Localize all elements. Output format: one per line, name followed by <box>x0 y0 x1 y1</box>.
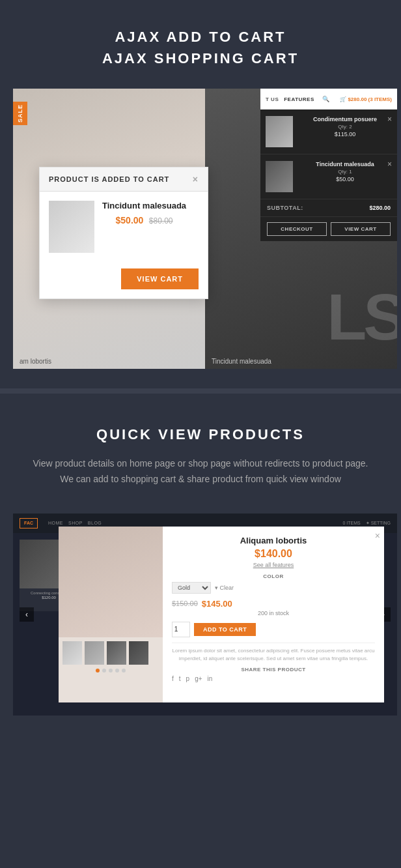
popup-price-new: $50.00 <box>116 215 144 225</box>
qv-dot-5[interactable] <box>122 669 126 673</box>
popup-close-button[interactable]: × <box>193 174 199 184</box>
qv-dot-2[interactable] <box>102 669 106 673</box>
qv-settings: ✦ SETTING <box>366 521 391 526</box>
section1-title: AJAX ADD TO CART AJAX SHOPPING CART <box>13 26 388 69</box>
header-item-features: FEATURES <box>284 96 314 102</box>
checkout-button[interactable]: CHECKOUT <box>267 222 327 236</box>
qv-share-label: SHARE THIS PRODUCT <box>172 667 375 673</box>
qv-dot-1[interactable] <box>96 669 100 673</box>
qv-modal-right: Aliquam lobortis $140.00 See all feature… <box>163 527 384 702</box>
qv-dot-3[interactable] <box>109 669 113 673</box>
mini-cart-summary[interactable]: 🛒 $280.00 (3 ITEMS) <box>340 96 392 102</box>
cart-item-1-info: Condimentum posuere Qty: 2 $115.00 <box>298 116 392 137</box>
cart-item-1-price: $115.00 <box>298 131 392 137</box>
cart-actions: CHECKOUT VIEW CART <box>260 217 397 241</box>
qv-menu-blog: BLOG <box>88 521 102 525</box>
section-divider <box>0 388 401 394</box>
qv-modal-main-image <box>59 527 163 637</box>
cart-item-1-qty: Qty: 2 <box>298 124 392 130</box>
share-twitter-icon[interactable]: t <box>179 675 181 682</box>
cart-item-1: Condimentum posuere Qty: 2 $115.00 × <box>260 109 397 154</box>
popup-header-text: PRODUCT IS ADDED TO CART <box>49 175 169 183</box>
qv-logo: FAC <box>20 518 38 528</box>
qv-color-clear[interactable]: ▾ Clear <box>215 585 234 591</box>
qv-modal-thumbnails <box>59 637 163 669</box>
qv-qty-row: ADD TO CART <box>172 622 375 637</box>
view-cart-button[interactable]: VIEW CART <box>331 222 391 236</box>
section1-ajax-cart: AJAX ADD TO CART AJAX SHOPPING CART SALE… <box>0 0 401 388</box>
quickview-demo: FAC HOME SHOP BLOG 0 ITEMS ✦ SETTING Con… <box>13 514 397 716</box>
qv-menu-home: HOME <box>48 521 63 525</box>
qv-product-description: Lorem ipsum dolor sit amet, consectetur … <box>172 643 375 663</box>
qv-price-row: $150.00 $145.00 <box>172 599 375 609</box>
cart-item-2-remove[interactable]: × <box>387 160 392 169</box>
popup-price-old: $80.00 <box>149 216 173 225</box>
popup-footer: VIEW CART <box>40 262 208 298</box>
qv-thumb-3[interactable] <box>107 641 126 665</box>
cart-item-2-thumb <box>266 161 293 192</box>
qv-qty-input[interactable] <box>172 622 190 637</box>
popup-header: PRODUCT IS ADDED TO CART × <box>40 167 208 192</box>
qv-new-price: $145.00 <box>202 599 232 609</box>
cart-item-1-name: Condimentum posuere <box>298 116 392 123</box>
qv-color-select[interactable]: Gold <box>172 582 211 594</box>
qv-product-price: $140.00 <box>172 548 375 560</box>
share-pinterest-icon[interactable]: p <box>186 675 190 682</box>
qv-stock: 200 in stock <box>172 610 375 616</box>
qv-color-label: COLOR <box>172 573 375 579</box>
bg-letter: LS <box>327 284 397 349</box>
qv-menu-shop: SHOP <box>68 521 83 525</box>
qv-color-row: Gold ▾ Clear <box>172 582 375 594</box>
qv-modal-left <box>59 527 163 702</box>
popup-view-cart-button[interactable]: VIEW CART <box>121 268 199 289</box>
cart-item-2-qty: Qty: 1 <box>298 169 392 175</box>
qv-dots <box>59 669 163 676</box>
cart-item-2-name: Tincidunt malesuada <box>298 161 392 167</box>
section2-title: QUICK VIEW PRODUCTS <box>13 426 388 443</box>
qv-dot-4[interactable] <box>115 669 119 673</box>
popup-product-pricing: $50.00 $80.00 <box>102 214 186 226</box>
quickview-modal: × Aliquam l <box>59 527 384 702</box>
share-googleplus-icon[interactable]: g+ <box>195 675 202 682</box>
qv-add-to-cart-button[interactable]: ADD TO CART <box>194 623 256 636</box>
popup-product-thumb <box>49 201 94 253</box>
ajax-cart-demo: SALE am lobortis SALE LS Tincidunt males… <box>13 89 397 369</box>
cart-item-2-price: $50.00 <box>298 176 392 182</box>
popup-product-name: Tincidunt malesuada <box>102 201 186 210</box>
qv-old-price: $150.00 <box>172 600 198 607</box>
cart-item-2-info: Tincidunt malesuada Qty: 1 $50.00 <box>298 161 392 182</box>
qv-share-icons: f t p g+ in <box>172 675 375 682</box>
qv-see-features-link[interactable]: See all features <box>172 562 375 568</box>
qv-bg-menu: HOME SHOP BLOG <box>48 521 102 525</box>
share-facebook-icon[interactable]: f <box>172 675 174 682</box>
qv-thumb-1[interactable] <box>62 641 82 665</box>
section2-description: View product details on home page or sho… <box>31 456 370 487</box>
qv-arrow-left[interactable]: ‹ <box>20 607 34 622</box>
cart-subtotal-row: SUBTOTAL: $280.00 <box>260 199 397 217</box>
add-to-cart-popup: PRODUCT IS ADDED TO CART × Tincidunt mal… <box>39 167 208 299</box>
quickview-modal-close[interactable]: × <box>375 530 380 541</box>
header-item-t-us: T US <box>266 96 279 102</box>
cart-item-2: Tincidunt malesuada Qty: 1 $50.00 × <box>260 154 397 199</box>
cart-item-1-thumb <box>266 116 293 147</box>
cart-item-1-remove[interactable]: × <box>387 115 392 124</box>
subtotal-label: SUBTOTAL: <box>267 205 303 211</box>
mini-header: T US FEATURES 🔍 🛒 $280.00 (3 ITEMS) <box>260 89 397 109</box>
qv-bg-right: 0 ITEMS ✦ SETTING <box>342 521 391 526</box>
subtotal-price: $280.00 <box>369 205 391 211</box>
share-linkedin-icon[interactable]: in <box>208 675 213 682</box>
cart-dropdown: Condimentum posuere Qty: 2 $115.00 × Tin… <box>260 109 397 241</box>
qv-thumb-2[interactable] <box>85 641 104 665</box>
sale-badge-left: SALE <box>13 102 27 125</box>
section2-quickview: QUICK VIEW PRODUCTS View product details… <box>0 394 401 735</box>
qv-thumb-4[interactable] <box>129 641 148 665</box>
product-label-right: Tincidunt malesuada <box>212 358 271 365</box>
qv-product-title: Aliquam lobortis <box>172 536 375 545</box>
qv-items-count: 0 ITEMS <box>342 521 360 525</box>
popup-body: Tincidunt malesuada $50.00 $80.00 <box>40 192 208 262</box>
product-label-left: am lobortis <box>20 358 51 365</box>
popup-product-info: Tincidunt malesuada $50.00 $80.00 <box>102 201 186 226</box>
